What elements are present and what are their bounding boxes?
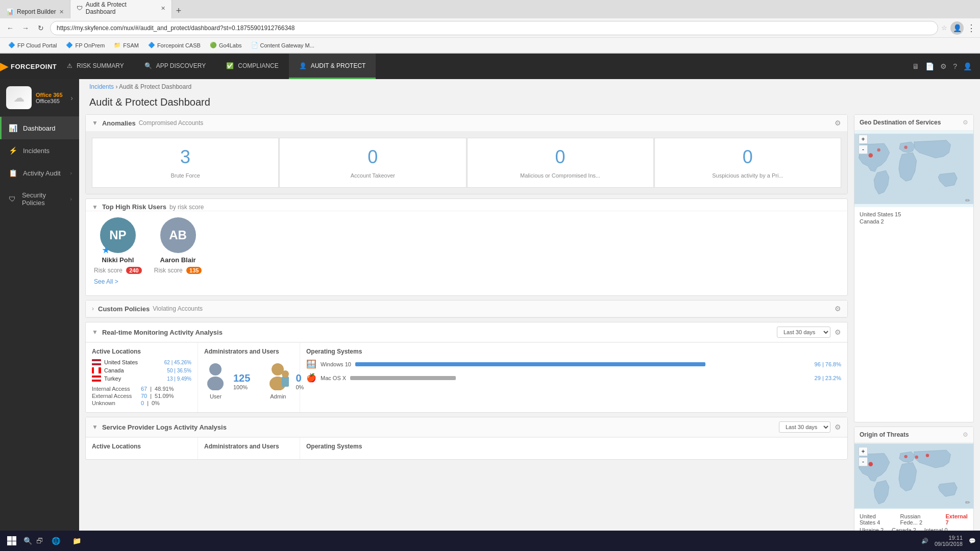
admin-users-title: Administrators and Users [204, 348, 293, 355]
geo-zoom-out[interactable]: - [859, 145, 868, 154]
origin-us: United States 4 [860, 513, 892, 525]
monitoring-title: Real-time Monitoring Activity Analysis [102, 329, 223, 336]
tab-favicon: 🛡 [77, 5, 83, 12]
account-name: Office365 [36, 98, 63, 104]
tab-close-report[interactable]: ✕ [59, 9, 64, 15]
chrome-icon: 🌐 [52, 537, 60, 545]
help-icon[interactable]: ? [953, 62, 957, 70]
refresh-button[interactable]: ↻ [35, 22, 47, 34]
new-tab-button[interactable]: + [172, 6, 186, 16]
taskbar-search-icon[interactable]: 🔍 [23, 537, 32, 545]
risk-user-aaron[interactable]: AB Aaron Blair Risk score 135 [154, 217, 202, 274]
explorer-icon: 📁 [72, 537, 81, 545]
service-admin-title: Administrators and Users [204, 443, 293, 450]
document-icon[interactable]: 📄 [925, 62, 934, 70]
location-tr: Turkey 13 | 9.49% [92, 375, 191, 382]
service-monitoring-grid: Active Locations Administrators and User… [86, 437, 847, 459]
sidebar-account-arrow[interactable]: › [70, 94, 73, 102]
monitor-icon[interactable]: 🖥 [912, 62, 919, 70]
monitoring-collapse[interactable]: ▼ [92, 329, 98, 336]
geo-destination-gear[interactable]: ⚙ [963, 119, 968, 126]
svg-point-14 [904, 455, 907, 458]
monitoring-header: ▼ Real-time Monitoring Activity Analysis… [86, 322, 847, 342]
nav-audit-protect[interactable]: 👤 AUDIT & PROTECT [289, 54, 376, 79]
incidents-icon: ⚡ [9, 146, 18, 155]
nav-compliance[interactable]: ✅ COMPLIANCE [216, 54, 288, 79]
anomalies-collapse-btn[interactable]: ▼ [92, 119, 98, 127]
anomaly-suspicious[interactable]: 0 Suspicious activity by a Pri... [654, 138, 841, 188]
breadcrumb-incidents[interactable]: Incidents [89, 83, 114, 90]
sidebar-item-activity-audit[interactable]: 📋 Activity Audit › [0, 162, 79, 184]
page-header: Audit & Protect Dashboard [79, 94, 980, 114]
realtime-time-dropdown[interactable]: Last 30 days Last 7 days Last 24 hours [777, 327, 830, 338]
service-time-dropdown[interactable]: Last 30 days [779, 421, 830, 433]
menu-icon[interactable]: ⋮ [967, 22, 976, 34]
anomalies-gear-icon[interactable]: ⚙ [835, 119, 841, 127]
back-button[interactable]: ← [4, 22, 16, 34]
nav-risk-summary[interactable]: ⚠ RISK SUMMARY [57, 54, 134, 79]
geo-zoom-in[interactable]: + [859, 135, 868, 144]
origin-map-zoom[interactable]: + - [859, 447, 868, 466]
sidebar-account[interactable]: ☁ Office 365 Office365 › [0, 79, 79, 117]
geo-map-zoom[interactable]: + - [859, 135, 868, 154]
risk-users-collapse-btn[interactable]: ▼ [92, 204, 98, 211]
svg-point-5 [282, 370, 289, 378]
bookmark-fp-cloud[interactable]: 🔷 FP Cloud Portal [4, 41, 61, 49]
user-icon[interactable]: 👤 [950, 21, 964, 35]
anomaly-account-takeover[interactable]: 0 Account Takeover [279, 138, 466, 188]
forward-button[interactable]: → [19, 22, 32, 34]
service-collapse[interactable]: ▼ [92, 423, 98, 431]
locations-title: Active Locations [92, 348, 191, 355]
tab-report-builder[interactable]: 📊 Report Builder ✕ [0, 5, 70, 18]
settings-icon[interactable]: ⚙ [940, 62, 947, 70]
taskbar: 🔍 🗗 🌐 📁 🔊 19:11 09/10/2018 💬 [0, 531, 980, 551]
svg-point-8 [904, 145, 907, 148]
custom-policies-collapse[interactable]: › [92, 305, 94, 312]
sidebar-item-dashboard[interactable]: 📊 Dashboard [0, 117, 79, 139]
sidebar-item-incidents[interactable]: ⚡ Incidents [0, 139, 79, 162]
taskbar-explorer-btn[interactable]: 📁 [68, 535, 85, 547]
bookmark-fp-onprem[interactable]: 🔷 FP OnPrem [62, 41, 109, 49]
origin-zoom-in[interactable]: + [859, 447, 868, 456]
monitoring-gear[interactable]: ⚙ [835, 328, 841, 336]
origin-map-edit-icon[interactable]: ✏ [965, 499, 970, 506]
see-all-risk-users[interactable]: See All > [94, 274, 839, 289]
tab-audit-dashboard[interactable]: 🛡 Audit & Protect Dashboard ✕ [70, 0, 172, 18]
bookmark-go4labs[interactable]: 🟢 Go4Labs [206, 41, 246, 49]
anomalies-grid: 3 Brute Force 0 Account Takeover 0 Malic… [86, 132, 847, 194]
taskbar-sound-icon[interactable]: 🔊 [921, 538, 928, 544]
custom-policies-gear[interactable]: ⚙ [835, 305, 841, 313]
nav-app-discovery[interactable]: 🔍 APP DISCOVERY [134, 54, 216, 79]
anomaly-brute-force[interactable]: 3 Brute Force [92, 138, 279, 188]
bookmark-fsam[interactable]: 📁 FSAM [110, 41, 143, 49]
url-bar[interactable] [50, 21, 938, 35]
origin-threats-gear[interactable]: ⚙ [963, 431, 968, 438]
profile-icon[interactable]: 👤 [963, 62, 972, 70]
taskbar-right: 🔊 19:11 09/10/2018 💬 [921, 535, 976, 547]
windows-start-button[interactable] [4, 533, 19, 548]
origin-zoom-out[interactable]: - [859, 457, 868, 466]
anomaly-malicious[interactable]: 0 Malicious or Compromised Ins... [467, 138, 654, 188]
taskbar-chrome-btn[interactable]: 🌐 [47, 535, 64, 547]
breadcrumb-current: Audit & Protect Dashboard [119, 83, 191, 90]
bookmark-content-gw[interactable]: 📄 Content Gateway M... [247, 41, 318, 49]
nikki-name: Nikki Pohl [102, 256, 134, 264]
taskbar-notification-icon[interactable]: 💬 [969, 538, 976, 544]
sidebar-item-security-policies[interactable]: 🛡 Security Policies › [0, 184, 79, 214]
geo-us: United States 15 [860, 211, 968, 217]
app-discovery-icon: 🔍 [144, 62, 152, 69]
svg-point-1 [207, 377, 224, 390]
custom-policies-subtitle: Violating Accounts [153, 305, 203, 312]
custom-policies-title: Custom Policies [98, 305, 150, 313]
top-nav-right: 🖥 📄 ⚙ ? 👤 [912, 62, 980, 70]
audit-protect-icon: 👤 [299, 62, 307, 69]
risk-user-nikki[interactable]: NP ★ Nikki Pohl Risk score 240 [94, 217, 142, 274]
service-locations: Active Locations [86, 438, 198, 459]
service-gear[interactable]: ⚙ [835, 423, 841, 431]
bookmark-casb[interactable]: 🔷 Forcepoint CASB [144, 41, 205, 49]
taskbar-task-view[interactable]: 🗗 [36, 537, 43, 545]
right-panels: Geo Destination of Services ⚙ [854, 114, 974, 545]
geo-map-edit-icon[interactable]: ✏ [965, 197, 970, 204]
bookmark-star[interactable]: ☆ [941, 24, 947, 32]
tab-close-audit[interactable]: ✕ [161, 5, 165, 12]
